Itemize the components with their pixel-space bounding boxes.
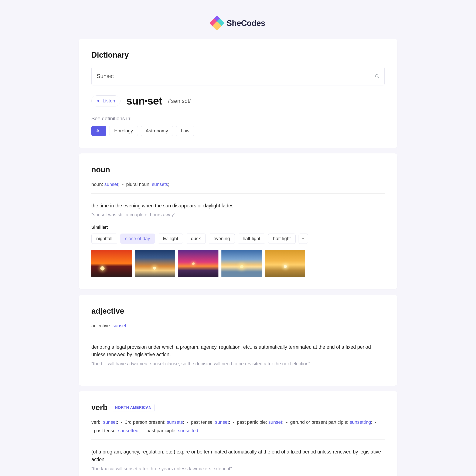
entry-card-verb: verbNORTH AMERICANverb: sunset; - 3rd pe… [79, 391, 397, 476]
result-thumbnail[interactable] [91, 250, 132, 277]
chevron-down-icon [302, 237, 305, 240]
word-forms: noun: sunset; - plural noun: sunsets; [91, 180, 385, 194]
example-text: "sunset was still a couple of hours away… [91, 212, 385, 218]
word-forms: adjective: sunset; [91, 322, 385, 335]
category-pills: AllHorologyAstronomyLaw [91, 126, 385, 136]
similar-pill[interactable]: half-light [268, 234, 296, 244]
result-thumbnail[interactable] [178, 250, 219, 277]
brand-logo[interactable]: SheCodes [211, 17, 265, 29]
see-definitions-label: See definitions in: [91, 116, 385, 121]
region-tag: NORTH AMERICAN [112, 404, 155, 411]
listen-label: Listen [103, 98, 115, 104]
brand-name: SheCodes [226, 19, 265, 28]
category-pill-all[interactable]: All [91, 126, 106, 136]
result-thumbnail[interactable] [135, 250, 175, 277]
search-bar [91, 67, 385, 85]
entry-card-noun: nounnoun: sunset; - plural noun: sunsets… [79, 153, 397, 289]
svg-line-1 [378, 77, 379, 78]
headword: sun·set [126, 95, 162, 107]
search-icon[interactable] [375, 74, 379, 78]
category-pill-horology[interactable]: Horology [109, 126, 138, 136]
pronunciation: /ˈsənˌset/ [168, 98, 191, 104]
entry-card-adjective: adjectiveadjective: sunset;denoting a le… [79, 295, 397, 386]
similar-pill[interactable]: twillight [158, 234, 183, 244]
search-card: Dictionary Listen sun·set /ˈsənˌset/ See… [79, 39, 397, 148]
logo-icon [211, 17, 223, 29]
result-thumbnail[interactable] [221, 250, 262, 277]
svg-point-0 [375, 74, 378, 77]
similar-label: Similiar: [91, 225, 385, 230]
pos-title: adjective [91, 307, 124, 316]
definition-text: (of a program, agency, regulation, etc.)… [91, 448, 385, 463]
similar-pill[interactable]: evening [209, 234, 235, 244]
example-text: "the tax cut will sunset after three yea… [91, 466, 385, 472]
similar-pill[interactable]: nightfall [91, 234, 117, 244]
brand-header: SheCodes [79, 17, 397, 30]
category-pill-astronomy[interactable]: Astronomy [141, 126, 173, 136]
similar-pill[interactable]: close of day [120, 234, 155, 244]
word-header-row: Listen sun·set /ˈsənˌset/ [91, 95, 385, 107]
example-text: "the bill will have a two-year sunset cl… [91, 361, 385, 367]
listen-button[interactable]: Listen [91, 95, 120, 106]
word-forms: verb: sunset; - 3rd person present: suns… [91, 418, 385, 440]
definition-text: the time in the evening when the sun dis… [91, 202, 385, 210]
speaker-icon [97, 99, 101, 103]
pos-title: verb [91, 403, 107, 412]
pos-title: noun [91, 165, 110, 174]
result-thumbnail[interactable] [265, 250, 305, 277]
similar-pill[interactable]: dusk [186, 234, 205, 244]
expand-similar-button[interactable] [299, 234, 308, 244]
search-input[interactable] [97, 73, 375, 80]
page-title: Dictionary [91, 51, 385, 60]
definition-text: denoting a legal provision under which a… [91, 343, 385, 358]
image-thumbnails [91, 250, 385, 277]
similar-pill[interactable]: half-light [238, 234, 265, 244]
category-pill-law[interactable]: Law [176, 126, 194, 136]
similar-pills: nightfallclose of daytwillightduskevenin… [91, 234, 385, 244]
